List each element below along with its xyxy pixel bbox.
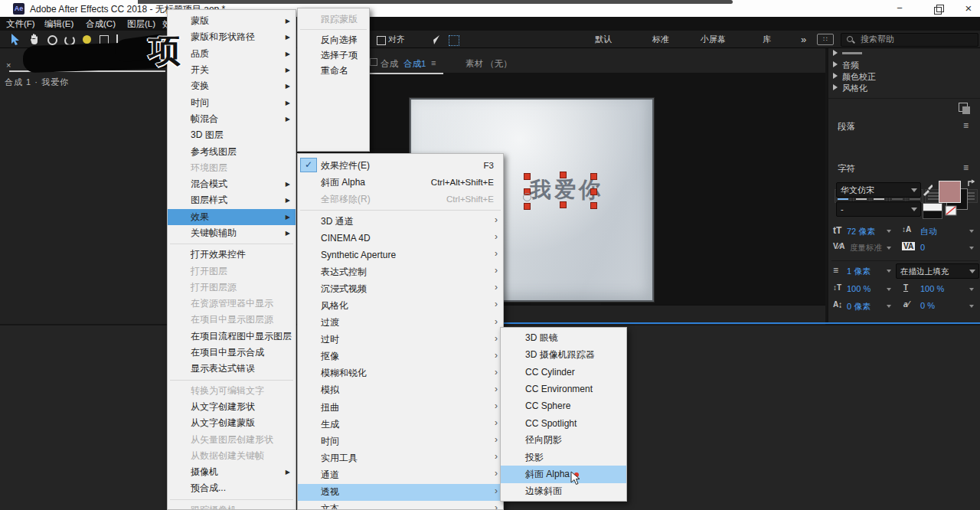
menu-item[interactable]: 实用工具› xyxy=(298,450,503,466)
tab-composition-prefix[interactable]: 合成 xyxy=(381,58,398,70)
camera-tool-icon[interactable] xyxy=(83,35,91,44)
menu-item[interactable]: 文本› xyxy=(298,501,503,510)
workspace-search-icon[interactable]: ∷ xyxy=(817,34,834,45)
menu-item[interactable]: 品质▶ xyxy=(168,46,296,62)
tab-footage[interactable]: 素材 （无） xyxy=(466,58,512,70)
vertical-scale-value[interactable]: 100 % xyxy=(847,284,871,293)
menu-item[interactable]: 打开效果控件 xyxy=(168,247,296,263)
anchor-point[interactable] xyxy=(523,193,531,201)
font-family-select[interactable]: 华文仿宋 xyxy=(836,182,921,198)
menu-item[interactable]: 时间› xyxy=(298,433,503,450)
skew-value[interactable]: 0 % xyxy=(920,301,935,310)
menu-item[interactable]: 边缘斜面 xyxy=(501,483,626,500)
menu-item[interactable]: 抠像› xyxy=(298,348,503,365)
menu-item[interactable]: 蒙版和形状路径▶ xyxy=(168,29,296,45)
default-stroke-swatch[interactable] xyxy=(923,211,942,219)
menu-item[interactable]: 过渡› xyxy=(298,315,503,332)
menu-item[interactable]: 从矢量图层创建形状 xyxy=(168,431,296,447)
menu-item[interactable]: CC Spotlight xyxy=(501,414,626,431)
menu-item[interactable]: 从文字创建蒙版 xyxy=(168,415,296,431)
collapsed-triangle-icon[interactable] xyxy=(833,73,838,79)
collapsed-triangle-icon[interactable] xyxy=(833,84,838,90)
workspace-default[interactable]: 默认 xyxy=(595,34,612,45)
paragraph-panel-menu-icon[interactable]: ≡ xyxy=(963,120,969,131)
menu-item[interactable]: 打开图层源 xyxy=(168,280,296,296)
menu-item[interactable]: 跟踪摄像机 xyxy=(168,502,296,510)
menu-file[interactable]: 文件(F) xyxy=(6,18,35,30)
chevron-down-icon[interactable] xyxy=(969,305,974,308)
chevron-down-icon[interactable] xyxy=(969,230,974,233)
menu-item[interactable]: 通道› xyxy=(298,466,503,483)
character-panel-menu-icon[interactable]: ≡ xyxy=(963,162,969,173)
restore-button[interactable] xyxy=(926,2,949,15)
menu-item[interactable]: 从文字创建形状 xyxy=(168,399,296,415)
menu-item[interactable]: Synthetic Aperture› xyxy=(298,247,503,263)
menu-item[interactable]: 混合模式▶ xyxy=(168,176,296,192)
menu-item[interactable]: 变换▶ xyxy=(168,78,296,94)
menu-item[interactable]: 参考线图层 xyxy=(168,143,296,159)
menu-item[interactable]: 扭曲› xyxy=(298,399,503,416)
kerning-value[interactable]: 度量标准 xyxy=(850,243,882,253)
menu-item[interactable]: 3D 图层 xyxy=(168,127,296,143)
menu-item[interactable]: 显示表达式错误 xyxy=(168,361,296,377)
leading-value[interactable]: 自动 xyxy=(920,226,937,237)
menu-item[interactable]: ✓效果控件(E)F3 xyxy=(298,157,503,174)
menu-item[interactable]: 选择子项 xyxy=(298,47,369,63)
menu-item[interactable]: 反向选择 xyxy=(298,32,369,47)
menu-item[interactable]: 从数据创建关键帧 xyxy=(168,448,296,464)
menu-item[interactable]: CINEMA 4D› xyxy=(298,230,503,247)
menu-item[interactable]: 全部移除(R)Ctrl+Shift+E xyxy=(298,191,503,208)
menu-item[interactable]: 斜面 AlphaCtrl+Alt+Shift+E xyxy=(298,174,503,191)
menu-item[interactable]: 重命名 xyxy=(298,63,369,78)
panel-close-icon[interactable]: × xyxy=(6,60,11,70)
menu-item[interactable]: 斜面 Alpha xyxy=(501,466,626,482)
menu-item[interactable]: 预合成... xyxy=(168,480,296,496)
menu-item[interactable]: 蒙版▶ xyxy=(168,13,296,29)
chevron-down-icon[interactable] xyxy=(887,247,891,250)
menu-item[interactable]: 径向阴影 xyxy=(501,432,626,449)
panel-lock-icon[interactable] xyxy=(370,58,377,66)
menu-item[interactable]: 风格化› xyxy=(298,297,503,314)
close-button[interactable]: × xyxy=(957,2,980,15)
zoom-tool-icon[interactable] xyxy=(47,35,57,45)
menu-item[interactable]: 跟踪蒙版 xyxy=(298,11,369,27)
tab-composition-active[interactable]: 合成1 xyxy=(403,58,426,70)
menu-item[interactable]: 在项目中显示图层源 xyxy=(168,312,296,328)
menu-item[interactable]: CC Cylinder xyxy=(501,364,626,381)
chevron-down-icon[interactable] xyxy=(887,288,891,291)
minimize-button[interactable]: − xyxy=(888,2,911,15)
menu-item[interactable]: 图层样式▶ xyxy=(168,192,296,208)
menu-item[interactable]: CC Environment xyxy=(501,381,626,397)
workspace-overflow-chevron[interactable]: » xyxy=(801,34,806,45)
chevron-down-icon[interactable] xyxy=(887,230,891,233)
menu-item[interactable]: 关键帧辅助▶ xyxy=(168,225,296,241)
menu-item[interactable]: 环境图层 xyxy=(168,160,296,176)
chevron-down-icon[interactable] xyxy=(887,305,891,308)
stroke-mode-select[interactable]: 在描边上填充 xyxy=(896,263,979,279)
horizontal-scale-value[interactable]: 100 % xyxy=(920,284,944,293)
menu-item[interactable]: 3D 摄像机跟踪器 xyxy=(501,346,626,363)
menu-layer[interactable]: 图层(L) xyxy=(127,18,155,30)
menu-item[interactable]: 表达式控制› xyxy=(298,263,503,280)
menu-item[interactable]: 透视› xyxy=(298,484,503,501)
menu-item[interactable]: 在项目流程图中显示图层 xyxy=(168,329,296,345)
menu-edit[interactable]: 编辑(E) xyxy=(44,18,74,30)
menu-item[interactable]: 在项目中显示合成 xyxy=(168,345,296,361)
font-style-select[interactable]: - xyxy=(836,201,921,217)
sharpen-icon[interactable] xyxy=(430,34,440,44)
font-size-value[interactable]: 72 像素 xyxy=(847,226,875,237)
menu-item[interactable]: 过时› xyxy=(298,332,503,348)
align-checkbox[interactable] xyxy=(377,36,386,45)
fill-color-swatch[interactable] xyxy=(939,181,961,203)
menu-item[interactable]: 转换为可编辑文字 xyxy=(168,383,296,399)
menu-item[interactable]: 生成› xyxy=(298,416,503,433)
menu-item[interactable]: CC Sphere xyxy=(501,397,626,414)
menu-item[interactable]: 帧混合▶ xyxy=(168,111,296,127)
chevron-down-icon[interactable] xyxy=(969,288,974,291)
chevron-down-icon[interactable] xyxy=(887,270,891,273)
effects-group-row[interactable]: 音频 xyxy=(828,59,980,70)
collapsed-triangle-icon[interactable] xyxy=(833,61,838,67)
effects-group-row[interactable]: 风格化 xyxy=(828,82,980,93)
swap-colors-icon[interactable] xyxy=(968,179,976,188)
workspace-libraries[interactable]: 库 xyxy=(763,34,771,45)
